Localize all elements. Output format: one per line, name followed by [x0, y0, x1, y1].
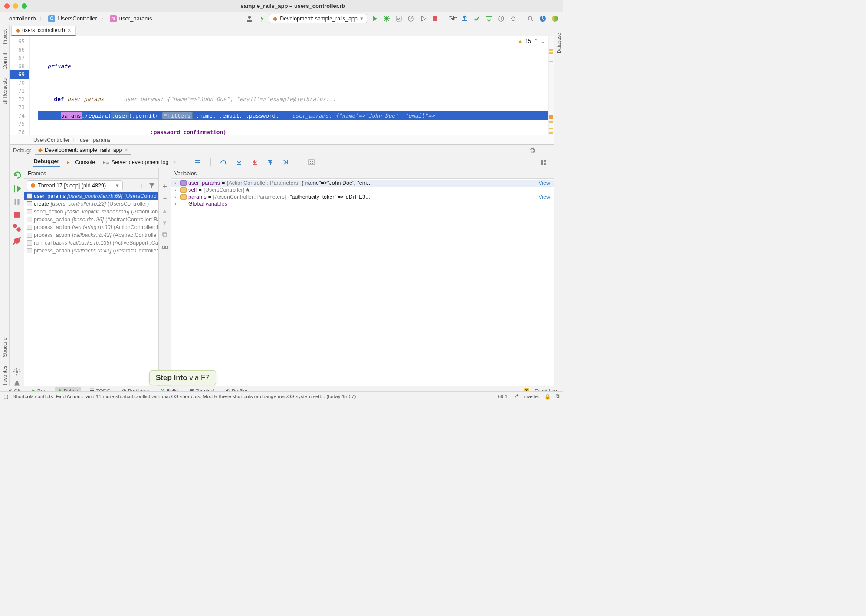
commit-tool-button[interactable]: Commit [2, 49, 7, 74]
editor-tab[interactable]: ◆ users_controller.rb ✕ [11, 26, 76, 36]
debugger-tab[interactable]: Debugger [33, 157, 60, 167]
prev-frame-icon[interactable]: ↑ [126, 181, 136, 190]
stack-frame[interactable]: user_params [users_controller.rb:69] (Us… [24, 192, 158, 200]
caret-position[interactable]: 69:1 [498, 394, 507, 399]
close-icon[interactable]: ✕ [67, 28, 71, 33]
right-tool-strip: Database [554, 25, 563, 390]
console-icon: ▸_ [67, 159, 73, 165]
mute-breakpoints-icon[interactable] [12, 236, 22, 246]
rollback-icon[interactable] [508, 14, 518, 23]
pause-icon[interactable] [12, 197, 22, 206]
minimize-dot[interactable] [13, 3, 18, 9]
svg-point-30 [162, 246, 165, 249]
close-icon[interactable]: ✕ [125, 147, 128, 152]
svg-rect-21 [14, 199, 16, 205]
thread-selector[interactable]: Thread 17 [sleep] (pid 4829) ▾ [27, 180, 123, 190]
debug-button[interactable] [382, 14, 391, 23]
crumb-class[interactable]: UsersController [33, 137, 69, 143]
stack-frame[interactable]: process_action [rendering.rb:30] (Action… [24, 223, 158, 231]
evaluate-icon[interactable] [307, 157, 316, 167]
debug-left-buttons [10, 168, 24, 390]
remove-watch-icon[interactable]: － [160, 193, 170, 203]
branch-name[interactable]: master [524, 394, 539, 399]
minimize-icon[interactable]: — [541, 146, 550, 155]
run-to-cursor-icon[interactable] [281, 157, 291, 167]
gutter: 656667 6869 707172 737475 7677 [10, 36, 30, 135]
layout-icon[interactable] [193, 157, 203, 167]
add-watch-icon[interactable]: ＋ [160, 181, 170, 191]
console-tab[interactable]: ▸_Console [66, 157, 96, 167]
variable-list[interactable]: ›user_params = {ActionController::Parame… [171, 179, 554, 390]
user-icon[interactable] [245, 14, 254, 23]
sync-icon[interactable] [538, 14, 548, 23]
svg-point-31 [165, 246, 168, 249]
frame-list[interactable]: user_params [users_controller.rb:69] (Us… [24, 192, 158, 390]
breadcrumb-method[interactable]: user_params [119, 15, 152, 22]
server-log-tab[interactable]: ▸≡Server development log✕ [102, 157, 177, 167]
chevron-down-icon[interactable]: ⌄ [541, 38, 545, 44]
git-push-icon[interactable] [484, 14, 494, 23]
git-commit-icon[interactable] [472, 14, 482, 23]
stack-frame[interactable]: create [users_controller.rb:22] (UsersCo… [24, 200, 158, 208]
project-tool-button[interactable]: Project [2, 25, 7, 49]
variable-row[interactable]: ›user_params = {ActionController::Parame… [171, 180, 554, 187]
profile-button[interactable] [406, 14, 416, 23]
zoom-dot[interactable] [22, 3, 27, 9]
editor-marker-bar[interactable] [548, 36, 554, 135]
git-pull-icon[interactable] [460, 14, 469, 23]
search-icon[interactable] [526, 14, 535, 23]
next-frame-icon[interactable]: ↓ [137, 181, 146, 190]
structure-tool-button[interactable]: Structure [2, 333, 7, 361]
copy-icon[interactable] [160, 230, 170, 239]
memory-icon[interactable]: ⧉ [556, 393, 560, 399]
step-out-icon[interactable] [266, 157, 275, 167]
variable-row[interactable]: ›params = {ActionController::Parameters}… [171, 193, 554, 200]
step-into-icon[interactable] [234, 157, 244, 167]
close-icon[interactable]: ✕ [173, 160, 176, 164]
history-icon[interactable] [496, 14, 506, 23]
inspections-widget[interactable]: ▲ 15 ⌃ ⌄ [518, 38, 545, 44]
coverage-button[interactable] [394, 14, 403, 23]
stop-icon[interactable] [12, 210, 22, 220]
gear-icon[interactable] [528, 146, 537, 155]
resume-icon[interactable] [12, 184, 22, 193]
stop-button[interactable] [430, 14, 440, 23]
down-icon[interactable]: ▼ [160, 218, 170, 227]
settings-icon[interactable] [12, 367, 22, 377]
ide-icon[interactable] [550, 14, 560, 23]
up-icon[interactable]: ▲ [160, 206, 170, 215]
glasses-icon[interactable] [160, 242, 170, 252]
chevron-up-icon[interactable]: ⌃ [534, 38, 538, 44]
windows-icon[interactable]: ▢ [3, 393, 8, 400]
step-over-icon[interactable] [219, 157, 228, 167]
breadcrumb-file[interactable]: …ontroller.rb [3, 15, 36, 22]
run-button[interactable] [370, 14, 379, 23]
code-content[interactable]: private def user_params user_params: {"n… [38, 36, 554, 135]
filter-icon[interactable] [147, 181, 157, 190]
attach-button[interactable] [418, 14, 428, 23]
database-tool-button[interactable]: Database [556, 29, 561, 58]
stack-frame[interactable]: process_action [callbacks.rb:41] (Abstra… [24, 247, 158, 255]
layout-settings-icon[interactable] [539, 157, 548, 167]
editor-area: ◆ users_controller.rb ✕ 656667 6869 7071… [10, 25, 554, 144]
stack-frame[interactable]: run_callbacks [callbacks.rb:135] (Active… [24, 239, 158, 247]
breadcrumb-class[interactable]: UsersController [58, 15, 97, 22]
stack-frame[interactable]: send_action [basic_implicit_render.rb:6]… [24, 208, 158, 216]
stack-frame[interactable]: process_action [base.rb:196] (AbstractCo… [24, 216, 158, 223]
inspections-count: 15 [525, 38, 531, 44]
breakpoints-icon[interactable] [12, 223, 22, 233]
build-icon[interactable] [257, 14, 266, 23]
force-step-into-icon[interactable] [250, 157, 259, 167]
run-configuration-select[interactable]: ◆ Development: sample_rails_app ▾ [269, 14, 367, 23]
close-dot[interactable] [4, 3, 10, 9]
stack-frame[interactable]: process_action [callbacks.rb:42] (Abstra… [24, 231, 158, 239]
variable-row[interactable]: ›self = {UsersController} # [171, 187, 554, 193]
rerun-icon[interactable] [12, 171, 22, 180]
debug-session-tab[interactable]: ◆ Development: sample_rails_app ✕ [35, 146, 131, 155]
status-message[interactable]: Shortcuts conflicts: Find Action... and … [13, 394, 356, 399]
lock-icon[interactable]: 🔒 [545, 393, 551, 400]
pull-requests-tool-button[interactable]: Pull Requests [2, 74, 7, 112]
crumb-method[interactable]: user_params [80, 137, 110, 143]
editor-body[interactable]: 656667 6869 707172 737475 7677 private d… [10, 36, 554, 135]
variable-row[interactable]: ›Global variables [171, 200, 554, 207]
